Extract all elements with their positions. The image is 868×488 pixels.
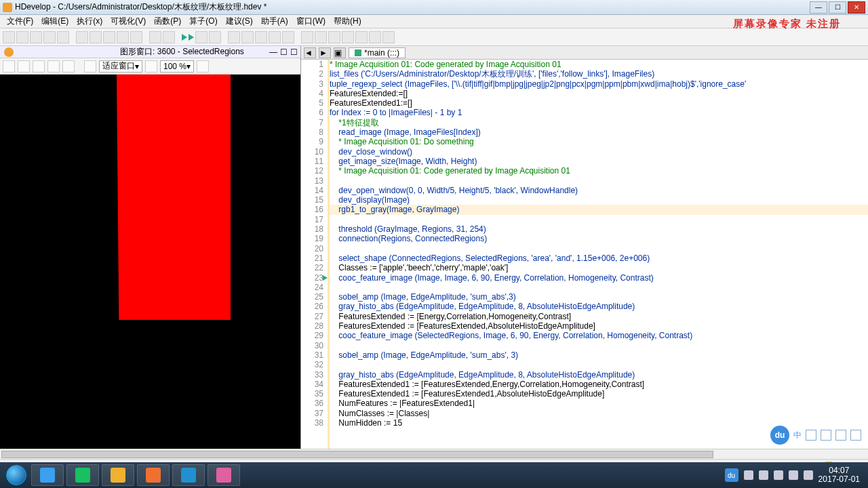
- gw-min-icon[interactable]: —: [269, 47, 277, 57]
- menu-item[interactable]: 函数(P): [150, 16, 185, 27]
- code-line[interactable]: get_image_size(Image, Width, Height): [330, 157, 868, 166]
- tray-icon[interactable]: [804, 470, 813, 480]
- menu-item[interactable]: 窗口(W): [292, 16, 330, 27]
- code-line[interactable]: [330, 176, 868, 186]
- gw-close-icon[interactable]: ☐: [290, 47, 298, 57]
- code-line[interactable]: * Image Acquisition 01: Code generated b…: [330, 166, 868, 176]
- taskbar-app[interactable]: [172, 464, 205, 486]
- copy-icon[interactable]: [90, 31, 102, 43]
- new-icon[interactable]: [3, 31, 15, 43]
- code-line[interactable]: connection(Regions, ConnectedRegions): [330, 234, 868, 243]
- zoom2-icon[interactable]: [62, 60, 75, 73]
- asst6-icon[interactable]: [369, 31, 381, 43]
- start-button[interactable]: [3, 462, 30, 488]
- bf-btn1[interactable]: [806, 430, 816, 441]
- code-line[interactable]: threshold (GrayImage, Regions, 31, 254): [330, 224, 868, 234]
- menu-item[interactable]: 文件(F): [3, 16, 37, 27]
- find-icon[interactable]: [149, 31, 161, 43]
- nav-book-icon[interactable]: ▣: [334, 47, 346, 58]
- menu-item[interactable]: 建议(S): [222, 16, 257, 27]
- paste-icon[interactable]: [103, 31, 115, 43]
- img-icon[interactable]: [84, 60, 96, 73]
- menu-item[interactable]: 可视化(V): [106, 16, 150, 27]
- code-line[interactable]: select_shape (ConnectedRegions, Selected…: [330, 253, 868, 263]
- code-line[interactable]: [330, 244, 868, 253]
- code-line[interactable]: sobel_amp (Image, EdgeAmplitude, 'sum_ab…: [330, 350, 868, 360]
- minimize-button[interactable]: —: [810, 1, 827, 14]
- taskbar-app[interactable]: [137, 464, 170, 486]
- redo-icon[interactable]: [130, 31, 142, 43]
- taskbar-app[interactable]: [66, 464, 99, 486]
- refresh-icon[interactable]: [282, 31, 294, 43]
- tray-icon[interactable]: [744, 470, 753, 480]
- taskbar-app[interactable]: [208, 464, 240, 486]
- volume-icon[interactable]: [789, 470, 798, 480]
- select-icon[interactable]: [18, 60, 30, 73]
- code-line[interactable]: [330, 283, 868, 292]
- undo-icon[interactable]: [117, 31, 129, 43]
- clock[interactable]: 04:072017-07-01: [818, 466, 860, 484]
- menu-item[interactable]: 执行(x): [73, 16, 106, 27]
- asst5-icon[interactable]: [355, 31, 368, 43]
- menu-item[interactable]: 助手(A): [257, 16, 292, 27]
- code-line[interactable]: FeaturesExtended1:=[]: [330, 98, 868, 108]
- code-line[interactable]: [330, 360, 868, 369]
- code-line[interactable]: NumFeatures := |FeaturesExtended1|: [330, 399, 868, 408]
- baidu-float-widget[interactable]: du 中: [768, 423, 864, 447]
- stop-icon[interactable]: [228, 31, 240, 43]
- code-line[interactable]: read_image (Image, ImageFiles[Index]): [330, 127, 868, 137]
- code-editor[interactable]: 1234567891011121314151617181920212223242…: [301, 60, 868, 449]
- code-line[interactable]: FeaturesExtended1 := [FeaturesExtended,E…: [330, 380, 868, 389]
- code-line[interactable]: for Index := 0 to |ImageFiles| - 1 by 1: [330, 108, 868, 117]
- graphics-canvas[interactable]: [0, 75, 300, 449]
- code-line[interactable]: dev_close_window(): [330, 147, 868, 157]
- menu-item[interactable]: 帮助(H): [330, 16, 366, 27]
- hand-icon[interactable]: [33, 60, 45, 73]
- asst3-icon[interactable]: [328, 31, 340, 43]
- step-over-icon[interactable]: [195, 31, 208, 43]
- code-line[interactable]: cooc_feature_image (Image, Image, 6, 90,…: [330, 273, 868, 283]
- bp-icon[interactable]: [255, 31, 267, 43]
- code-line[interactable]: gray_histo_abs (EdgeAmplitude, EdgeAmpli…: [330, 302, 868, 311]
- editor-tab-main[interactable]: *main (:::): [349, 47, 406, 58]
- bp2-icon[interactable]: [269, 31, 281, 43]
- menu-item[interactable]: 算子(O): [185, 16, 221, 27]
- saveall-icon[interactable]: [43, 31, 56, 43]
- code-line[interactable]: [330, 215, 868, 224]
- code-line[interactable]: dev_open_window(0, 0, Width/5, Height/5,…: [330, 186, 868, 195]
- open-icon[interactable]: [16, 31, 28, 43]
- img2-icon[interactable]: [145, 60, 157, 73]
- code-line[interactable]: rgb1_to_gray(Image, GrayImage): [330, 205, 868, 214]
- close-button[interactable]: ✕: [848, 1, 865, 14]
- code-line[interactable]: FeaturesExtended:=[]: [330, 89, 868, 98]
- code-line[interactable]: tuple_regexp_select (ImageFiles, ['\\.(t…: [330, 79, 868, 89]
- asst7-icon[interactable]: [382, 31, 395, 43]
- maximize-button[interactable]: ☐: [829, 1, 846, 14]
- find2-icon[interactable]: [163, 31, 175, 43]
- code-line[interactable]: sobel_amp (Image, EdgeAmplitude, 'sum_ab…: [330, 292, 868, 302]
- nav-back-icon[interactable]: ◄: [304, 47, 316, 58]
- tray-icon[interactable]: [759, 470, 768, 480]
- bf-btn4[interactable]: [850, 430, 861, 441]
- bf-btn2[interactable]: [821, 430, 831, 441]
- horizontal-scrollbar[interactable]: [0, 449, 868, 459]
- code-line[interactable]: FeaturesExtended := [FeaturesExtended,Ab…: [330, 321, 868, 331]
- pointer-icon[interactable]: [3, 60, 15, 73]
- bf-btn3[interactable]: [835, 430, 846, 441]
- code-line[interactable]: NumClasses := |Classes|: [330, 409, 868, 418]
- code-line[interactable]: [330, 341, 868, 350]
- tray-icon[interactable]: [774, 470, 783, 480]
- zoom-icon[interactable]: [47, 60, 60, 73]
- taskbar-app[interactable]: [31, 464, 64, 486]
- code-line[interactable]: FeaturesExtended1 := [FeaturesExtended1,…: [330, 389, 868, 399]
- baidu-tray-icon[interactable]: du: [725, 468, 738, 482]
- code-line[interactable]: FeaturesExtended := [Energy,Correlation,…: [330, 312, 868, 321]
- fit-combo[interactable]: 适应窗口 ▾: [99, 60, 142, 73]
- code-line[interactable]: dev_display(Image): [330, 195, 868, 205]
- cut-icon[interactable]: [76, 31, 88, 43]
- nav-fwd-icon[interactable]: ►: [319, 47, 331, 58]
- draw-icon[interactable]: [197, 60, 209, 73]
- run-icon[interactable]: [182, 34, 187, 41]
- asst2-icon[interactable]: [315, 31, 327, 43]
- ime-indicator[interactable]: 中: [793, 430, 802, 441]
